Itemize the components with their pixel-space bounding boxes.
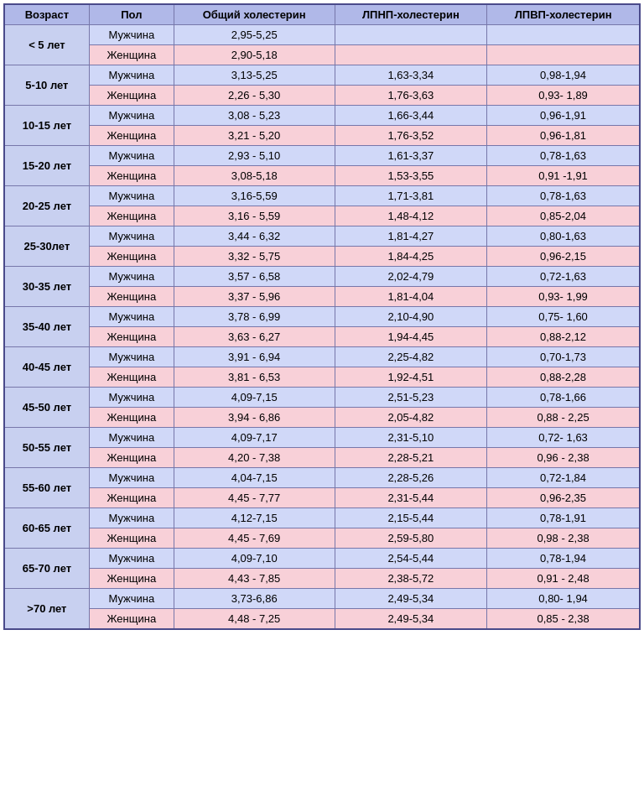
gender-cell: Мужчина <box>89 65 174 86</box>
gender-cell: Мужчина <box>89 186 174 206</box>
total-cholesterol-cell: 3,78 - 6,99 <box>174 307 335 327</box>
ldl-cell: 1,92-4,51 <box>335 367 487 388</box>
age-cell: 5-10 лет <box>4 65 89 106</box>
gender-cell: Мужчина <box>89 226 174 247</box>
gender-cell: Мужчина <box>89 347 174 367</box>
gender-cell: Мужчина <box>89 549 174 569</box>
hdl-cell: 0,80-1,63 <box>487 226 640 247</box>
table-row: Женщина4,48 - 7,252,49-5,340,85 - 2,38 <box>4 609 640 630</box>
header-ldl: ЛПНП-холестерин <box>335 4 487 25</box>
total-cholesterol-cell: 3,81 - 6,53 <box>174 367 335 388</box>
total-cholesterol-cell: 4,09-7,15 <box>174 388 335 408</box>
hdl-cell: 0,93- 1,89 <box>487 86 640 106</box>
hdl-cell: 0,91 - 2,48 <box>487 569 640 589</box>
total-cholesterol-cell: 3,08 - 5,23 <box>174 106 335 126</box>
gender-cell: Женщина <box>89 166 174 186</box>
table-row: 40-45 летМужчина3,91 - 6,942,25-4,820,70… <box>4 347 640 367</box>
total-cholesterol-cell: 4,45 - 7,69 <box>174 528 335 549</box>
gender-cell: Мужчина <box>89 468 174 488</box>
age-cell: 60-65 лет <box>4 508 89 549</box>
total-cholesterol-cell: 4,48 - 7,25 <box>174 609 335 630</box>
hdl-cell: 0,93- 1,99 <box>487 287 640 307</box>
table-row: 50-55 летМужчина4,09-7,172,31-5,100,72- … <box>4 428 640 448</box>
total-cholesterol-cell: 3,57 - 6,58 <box>174 267 335 287</box>
gender-cell: Мужчина <box>89 106 174 126</box>
gender-cell: Женщина <box>89 45 174 65</box>
gender-cell: Женщина <box>89 408 174 428</box>
gender-cell: Женщина <box>89 247 174 267</box>
gender-cell: Женщина <box>89 488 174 508</box>
table-row: >70 летМужчина3,73-6,862,49-5,340,80- 1,… <box>4 589 640 609</box>
main-container: Возраст Пол Общий холестерин ЛПНП-холест… <box>0 0 644 633</box>
hdl-cell: 0,70-1,73 <box>487 347 640 367</box>
table-row: < 5 летМужчина2,95-5,25 <box>4 25 640 45</box>
gender-cell: Женщина <box>89 569 174 589</box>
hdl-cell: 0,88 - 2,25 <box>487 408 640 428</box>
table-row: 5-10 летМужчина3,13-5,251,63-3,340,98-1,… <box>4 65 640 86</box>
table-row: Женщина2,26 - 5,301,76-3,630,93- 1,89 <box>4 86 640 106</box>
hdl-cell: 0,96-1,91 <box>487 106 640 126</box>
ldl-cell: 1,53-3,55 <box>335 166 487 186</box>
ldl-cell: 2,28-5,21 <box>335 448 487 468</box>
ldl-cell: 2,15-5,44 <box>335 508 487 528</box>
hdl-cell: 0,72-1,84 <box>487 468 640 488</box>
hdl-cell: 0,75- 1,60 <box>487 307 640 327</box>
total-cholesterol-cell: 3,94 - 6,86 <box>174 408 335 428</box>
gender-cell: Женщина <box>89 206 174 226</box>
table-row: 15-20 летМужчина2,93 - 5,101,61-3,370,78… <box>4 146 640 166</box>
ldl-cell: 1,81-4,04 <box>335 287 487 307</box>
hdl-cell: 0,78-1,94 <box>487 549 640 569</box>
ldl-cell: 1,76-3,63 <box>335 86 487 106</box>
hdl-cell: 0,91 -1,91 <box>487 166 640 186</box>
table-row: Женщина4,43 - 7,852,38-5,720,91 - 2,48 <box>4 569 640 589</box>
total-cholesterol-cell: 2,90-5,18 <box>174 45 335 65</box>
total-cholesterol-cell: 3,21 - 5,20 <box>174 126 335 146</box>
hdl-cell: 0,78-1,63 <box>487 186 640 206</box>
total-cholesterol-cell: 2,95-5,25 <box>174 25 335 45</box>
ldl-cell: 1,84-4,25 <box>335 247 487 267</box>
table-row: 45-50 летМужчина4,09-7,152,51-5,230,78-1… <box>4 388 640 408</box>
hdl-cell <box>487 25 640 45</box>
gender-cell: Мужчина <box>89 267 174 287</box>
table-row: Женщина4,45 - 7,692,59-5,800,98 - 2,38 <box>4 528 640 549</box>
total-cholesterol-cell: 3,13-5,25 <box>174 65 335 86</box>
table-row: Женщина3,08-5,181,53-3,550,91 -1,91 <box>4 166 640 186</box>
gender-cell: Женщина <box>89 448 174 468</box>
ldl-cell: 2,28-5,26 <box>335 468 487 488</box>
header-hdl: ЛПВП-холестерин <box>487 4 640 25</box>
age-cell: >70 лет <box>4 589 89 630</box>
total-cholesterol-cell: 4,09-7,17 <box>174 428 335 448</box>
ldl-cell <box>335 45 487 65</box>
hdl-cell: 0,85-2,04 <box>487 206 640 226</box>
cholesterol-table: Возраст Пол Общий холестерин ЛПНП-холест… <box>3 3 641 630</box>
table-row: Женщина3,94 - 6,862,05-4,820,88 - 2,25 <box>4 408 640 428</box>
age-cell: 50-55 лет <box>4 428 89 468</box>
table-row: 25-30летМужчина3,44 - 6,321,81-4,270,80-… <box>4 226 640 247</box>
age-cell: 15-20 лет <box>4 146 89 186</box>
table-row: 10-15 летМужчина3,08 - 5,231,66-3,440,96… <box>4 106 640 126</box>
ldl-cell: 2,49-5,34 <box>335 589 487 609</box>
total-cholesterol-cell: 3,63 - 6,27 <box>174 327 335 347</box>
table-row: 20-25 летМужчина3,16-5,591,71-3,810,78-1… <box>4 186 640 206</box>
table-row: Женщина3,63 - 6,271,94-4,450,88-2,12 <box>4 327 640 347</box>
hdl-cell: 0,78-1,63 <box>487 146 640 166</box>
hdl-cell: 0,80- 1,94 <box>487 589 640 609</box>
age-cell: < 5 лет <box>4 25 89 65</box>
gender-cell: Мужчина <box>89 307 174 327</box>
ldl-cell: 1,94-4,45 <box>335 327 487 347</box>
header-age: Возраст <box>4 4 89 25</box>
ldl-cell: 2,05-4,82 <box>335 408 487 428</box>
total-cholesterol-cell: 4,43 - 7,85 <box>174 569 335 589</box>
hdl-cell: 0,96-1,81 <box>487 126 640 146</box>
gender-cell: Мужчина <box>89 428 174 448</box>
age-cell: 25-30лет <box>4 226 89 267</box>
ldl-cell: 2,51-5,23 <box>335 388 487 408</box>
gender-cell: Мужчина <box>89 388 174 408</box>
ldl-cell: 2,31-5,10 <box>335 428 487 448</box>
total-cholesterol-cell: 4,09-7,10 <box>174 549 335 569</box>
hdl-cell: 0,72-1,63 <box>487 267 640 287</box>
gender-cell: Мужчина <box>89 508 174 528</box>
hdl-cell: 0,78-1,66 <box>487 388 640 408</box>
hdl-cell: 0,88-2,28 <box>487 367 640 388</box>
total-cholesterol-cell: 3,91 - 6,94 <box>174 347 335 367</box>
